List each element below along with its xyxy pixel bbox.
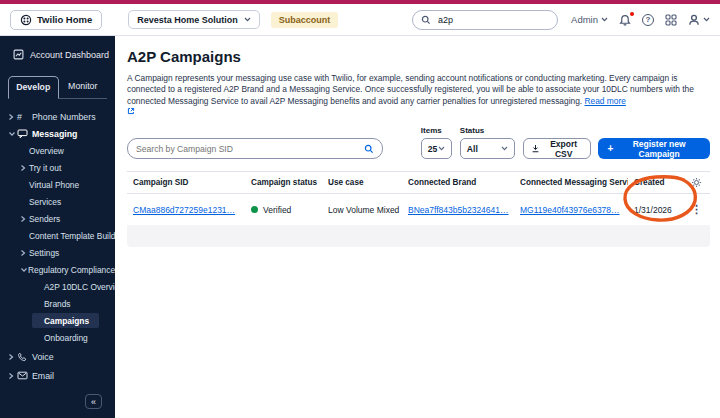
sidebar-nav: # Phone Numbers Messaging Overview Try i… (0, 108, 115, 384)
read-more-link[interactable]: Read more (584, 96, 625, 106)
export-csv-button[interactable]: Export CSV (523, 138, 592, 159)
sidebar: Account Dashboard Develop Monitor # Phon… (0, 36, 115, 418)
topbar: Twilio Home Revesta Home Solution Subacc… (0, 4, 720, 36)
help-icon: ? (642, 14, 654, 26)
sidebar-item-overview[interactable]: Overview (0, 142, 115, 159)
campaign-search-input[interactable] (136, 144, 364, 154)
sidebar-item-onboarding[interactable]: Onboarding (0, 329, 115, 346)
status-field: Status All (460, 126, 515, 159)
download-icon (531, 144, 540, 153)
header-campaign-status: Campaign status (245, 178, 322, 187)
chat-icon (17, 129, 32, 139)
chevron-down-icon (244, 17, 251, 22)
tab-monitor[interactable]: Monitor (59, 76, 108, 98)
tab-develop[interactable]: Develop (8, 76, 59, 99)
sidebar-item-messaging[interactable]: Messaging (0, 125, 115, 142)
global-search[interactable] (412, 10, 558, 30)
sidebar-item-content-template-builder[interactable]: Content Template Builder (0, 227, 115, 244)
nav-label: Services (29, 197, 61, 207)
nav-label: Campaigns (32, 313, 99, 328)
chevron-down-icon (601, 17, 608, 22)
dashboard-icon (13, 49, 24, 60)
sidebar-item-phone-numbers[interactable]: # Phone Numbers (0, 108, 115, 125)
notification-dot (630, 12, 635, 17)
items-field: Items 25 (421, 126, 452, 159)
sidebar-item-email[interactable]: Email (0, 367, 115, 384)
status-label: Status (460, 126, 515, 135)
phone-icon (17, 352, 32, 362)
chevron-down-icon (20, 267, 28, 273)
sidebar-item-campaigns[interactable]: Campaigns (0, 312, 115, 329)
notifications-button[interactable] (619, 14, 631, 26)
items-label: Items (421, 126, 452, 135)
nav-label: Messaging (32, 129, 77, 139)
page-title: A2P Campaigns (127, 48, 710, 65)
campaigns-table: Campaign SID Campaign status Use case Co… (127, 171, 710, 247)
help-button[interactable]: ? (642, 14, 654, 26)
account-selector[interactable]: Revesta Home Solution (128, 10, 260, 29)
admin-label: Admin (571, 14, 598, 25)
status-text: Verified (263, 205, 291, 215)
row-actions-button[interactable]: ⋮ (691, 204, 702, 215)
nav-label: Regulatory Compliance (28, 265, 115, 275)
sidebar-item-services[interactable]: Services (0, 193, 115, 210)
twilio-logo-icon (20, 14, 32, 26)
admin-menu[interactable]: Admin (571, 14, 608, 25)
sidebar-item-senders[interactable]: Senders (0, 210, 115, 227)
table-controls: Items 25 Status All Export CSV (127, 126, 710, 159)
header-campaign-sid: Campaign SID (127, 178, 245, 187)
nav-label: Voice (32, 352, 54, 362)
column-settings-button[interactable] (686, 177, 710, 188)
twilio-home-button[interactable]: Twilio Home (10, 10, 102, 30)
sidebar-item-regulatory-compliance[interactable]: Regulatory Compliance (0, 261, 115, 278)
nav-label: Settings (29, 248, 59, 258)
user-menu-button[interactable] (688, 14, 710, 26)
sidebar-item-a2p-10dlc-overview[interactable]: A2P 10DLC Overview (0, 278, 115, 295)
campaign-search[interactable] (127, 138, 383, 159)
account-selector-label: Revesta Home Solution (137, 15, 238, 25)
sidebar-item-try-it-out[interactable]: Try it out (0, 159, 115, 176)
sidebar-item-voice[interactable]: Voice (0, 348, 115, 365)
sidebar-item-account-dashboard[interactable]: Account Dashboard (0, 36, 115, 60)
account-dashboard-label: Account Dashboard (30, 50, 109, 60)
status-select[interactable]: All (460, 138, 515, 159)
verified-dot-icon (251, 206, 258, 213)
sidebar-item-settings[interactable]: Settings (0, 244, 115, 261)
sidebar-tabbar: Develop Monitor (8, 76, 107, 99)
chevron-down-icon (438, 146, 445, 151)
nav-label: Content Template Builder (29, 231, 123, 241)
table-row: CMaa886d727259e1231… Verified Low Volume… (127, 194, 710, 225)
sidebar-item-brands[interactable]: Brands (0, 295, 115, 312)
search-icon (421, 15, 431, 25)
created-date-cell: 1/31/2026 (628, 205, 686, 215)
hash-icon: # (17, 112, 32, 122)
main-content: A2P Campaigns A Campaign represents your… (115, 36, 720, 418)
connected-brand-link[interactable]: BNea7ff843b5b2324641… (408, 205, 509, 215)
campaign-sid-link[interactable]: CMaa886d727259e1231… (133, 205, 235, 215)
chevron-right-icon (20, 249, 29, 257)
register-campaign-label: Register new Campaign (617, 139, 701, 159)
register-campaign-button[interactable]: + Register new Campaign (598, 138, 710, 159)
sidebar-collapse-button[interactable]: « (85, 394, 102, 409)
global-search-input[interactable] (438, 15, 549, 25)
chevron-right-icon (8, 113, 17, 121)
items-value: 25 (428, 144, 438, 154)
header-use-case: Use case (322, 178, 402, 187)
nav-label: Senders (29, 214, 60, 224)
external-link-icon (127, 107, 710, 115)
nav-label: Phone Numbers (32, 112, 96, 122)
sidebar-item-virtual-phone[interactable]: Virtual Phone (0, 176, 115, 193)
nav-label: Onboarding (44, 333, 88, 343)
nav-label: Email (32, 371, 54, 381)
status-badge: Verified (251, 205, 322, 215)
items-select[interactable]: 25 (421, 138, 452, 159)
apps-menu-button[interactable] (665, 14, 677, 26)
twilio-home-label: Twilio Home (37, 14, 92, 25)
messaging-service-link[interactable]: MG119e40f43976e6378… (520, 205, 620, 215)
nav-label: Virtual Phone (29, 180, 79, 190)
nav-label: Brands (44, 299, 71, 309)
mail-icon (17, 371, 32, 380)
table-footer (127, 225, 710, 247)
nav-label: Overview (29, 146, 64, 156)
search-icon (364, 144, 374, 154)
